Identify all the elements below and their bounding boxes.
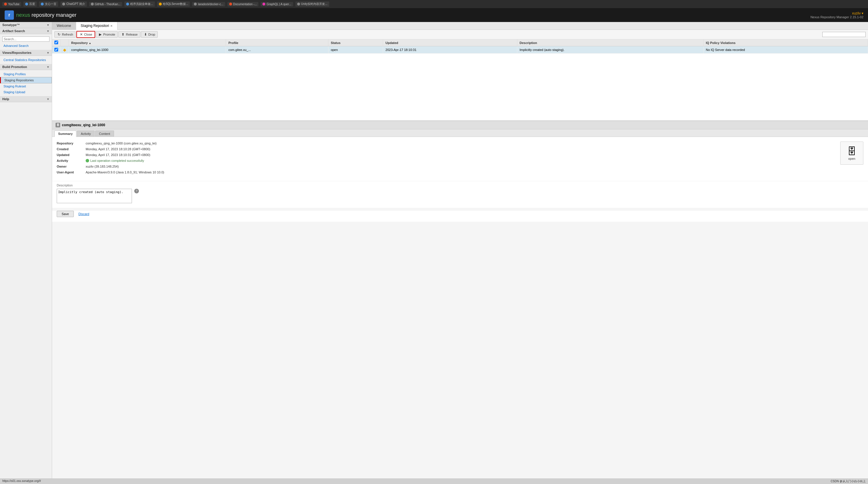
field-created-label: Created [57,147,86,151]
detail-tab-activity[interactable]: Activity [77,130,95,137]
help-header[interactable]: Help ▼ [0,96,52,102]
discard-button[interactable]: Discard [76,211,91,217]
col-header-iq-policy[interactable]: IQ Policy Violations [703,39,868,46]
status-bar: https://s01.oss.sonatype.org/# CSDN 参从入门… [0,479,868,484]
search-input[interactable] [2,36,50,42]
sidebar-item-staging-repositories[interactable]: Staging Repositories [0,77,52,83]
app-title: nexus repository manager [16,12,76,18]
artifact-search-header[interactable]: Artifact Search ▼ [0,28,52,34]
field-updated-label: Updated [57,153,86,157]
version-text: Nexus Repository Manager 2.15.1-02 [810,16,863,19]
promote-button[interactable]: ▶ Promote [96,31,118,38]
col-header-checkbox[interactable] [52,39,61,46]
release-button[interactable]: ⬆ Release [118,31,140,38]
toolbar: ↻ Refresh ✕ Close ▶ Promote ⬆ Release ⬇ … [52,30,868,39]
detail-content: Repository comgiteexu_qing_lei-1000 (com… [52,137,868,181]
refresh-button[interactable]: ↻ Refresh [54,31,76,38]
tabs-bar: Welcome Staging Repositori ✕ [52,22,868,30]
tab-staging-repositories[interactable]: Staging Repositori ✕ [76,22,118,30]
sidebar-collapse-sonatype[interactable]: ▼ [46,24,50,27]
promote-icon: ▶ [98,32,102,36]
field-owner: Owner xuzilv (39.183.148.254) [57,165,836,168]
description-row: Implicitly created (auto staging). ? [57,189,863,203]
build-promotion-collapse[interactable]: ▼ [46,65,50,69]
detail-right: 🗄 open [840,142,863,176]
browser-tab-youtube[interactable]: YouTube [2,2,21,6]
browser-tab-sqlserver[interactable]: 给SQLServer数据... [157,1,190,7]
col-header-icon [61,39,69,46]
repo-table: Repository Profile Status Updated Descri… [52,39,868,54]
col-header-status[interactable]: Status [329,39,383,46]
views-repos-header[interactable]: Views/Repositories ▼ [0,50,52,56]
status-watermark: CSDN 参从入门小白小向上 [831,479,866,483]
drop-button[interactable]: ⬇ Drop [141,31,158,38]
browser-tab-laradock[interactable]: laradock/docker-c... [192,2,225,6]
browser-bar: YouTube 百度 文心一言 ChatGPT 简介 GitHub - Theo… [0,0,868,8]
description-section: Description Implicitly created (auto sta… [52,181,868,208]
row-description: Implicitly created (auto staging). [517,46,703,54]
detail-tabs: Summary Activity Content [52,129,868,137]
main-layout: Sonatype™ ▼ Artifact Search ▼ Advanced S… [0,22,868,479]
browser-tab-chatgpt[interactable]: ChatGPT 简介 [60,1,87,7]
browser-tab-unity[interactable]: Unity实时内容开发... [296,1,329,7]
field-owner-value: xuzilv (39.183.148.254) [86,165,119,168]
field-repository: Repository comgiteexu_qing_lei-1000 (com… [57,142,836,145]
toolbar-search-input[interactable] [822,32,866,37]
nexus-logo-icon: r [5,10,14,20]
row-updated: 2023-Apr-17 18:10:31 [383,46,517,54]
description-label: Description [57,184,863,187]
close-button[interactable]: ✕ Close [76,31,95,38]
sidebar: Sonatype™ ▼ Artifact Search ▼ Advanced S… [0,22,52,479]
browser-tab-graphql[interactable]: GraphQL | A quer... [261,2,293,6]
field-updated-value: Monday, April 17, 2023 18:10:31 (GMT+080… [86,153,150,157]
browser-tab-documentation[interactable]: Documentation -... [227,2,259,6]
open-button-icon: 🗄 [847,146,857,157]
row-icon: ◆ [61,46,69,54]
tab-welcome[interactable]: Welcome [52,22,76,30]
detail-header: 🗄 comgiteexu_qing_lei-1000 [52,121,868,129]
views-repos-section: Central Statistics Repositories [0,56,52,64]
views-repos-collapse[interactable]: ▼ [46,51,50,54]
field-updated: Updated Monday, April 17, 2023 18:10:31 … [57,153,836,157]
row-status: open [329,46,383,54]
activity-status-dot [86,159,89,162]
action-buttons: Save Discard [52,211,868,222]
tab-close-staging[interactable]: ✕ [110,24,113,28]
row-select-checkbox[interactable] [54,48,58,52]
build-promotion-header[interactable]: Build Promotion ▼ [0,64,52,70]
app-logo: r nexus repository manager [5,10,76,20]
col-header-profile[interactable]: Profile [226,39,329,46]
artifact-search-collapse[interactable]: ▼ [46,30,50,33]
close-icon: ✕ [79,32,83,36]
sidebar-item-staging-upload[interactable]: Staging Upload [0,89,52,95]
save-button[interactable]: Save [57,211,74,217]
browser-tab-chengxuyuan[interactable]: 程序员副业单做... [124,1,155,7]
open-button[interactable]: 🗄 open [840,142,863,165]
app-header: r nexus repository manager xuzilv ▾ Nexu… [0,8,868,22]
description-textarea[interactable]: Implicitly created (auto staging). [57,189,132,203]
col-header-updated[interactable]: Updated [383,39,517,46]
detail-tab-content[interactable]: Content [95,130,114,137]
col-header-description[interactable]: Description [517,39,703,46]
open-button-label: open [848,157,855,160]
sidebar-item-staging-profiles[interactable]: Staging Profiles [0,71,52,77]
select-all-checkbox[interactable] [54,40,58,44]
drop-icon: ⬇ [144,32,148,36]
browser-tab-github[interactable]: GitHub - TheoKan... [89,2,122,6]
detail-header-icon: 🗄 [56,123,60,127]
row-checkbox[interactable] [52,46,61,54]
col-header-repository[interactable]: Repository [69,39,226,46]
field-owner-label: Owner [57,165,86,168]
username[interactable]: xuzilv ▾ [810,11,863,16]
table-row[interactable]: ◆ comgiteexu_qing_lei-1000 com.gitee.xu_… [52,46,868,54]
detail-tab-summary[interactable]: Summary [54,130,76,137]
sidebar-item-advanced-search[interactable]: Advanced Search [0,43,52,49]
browser-tab-wenxin[interactable]: 文心一言 [39,1,58,7]
browser-tab-baidu[interactable]: 百度 [24,1,37,7]
sidebar-item-staging-ruleset[interactable]: Staging Ruleset [0,83,52,89]
sonatype-header[interactable]: Sonatype™ ▼ [0,22,52,28]
description-help-icon[interactable]: ? [134,189,139,193]
app-header-right: xuzilv ▾ Nexus Repository Manager 2.15.1… [810,11,863,19]
help-collapse[interactable]: ▼ [46,97,50,101]
sidebar-item-central-stats[interactable]: Central Statistics Repositories [0,57,52,63]
